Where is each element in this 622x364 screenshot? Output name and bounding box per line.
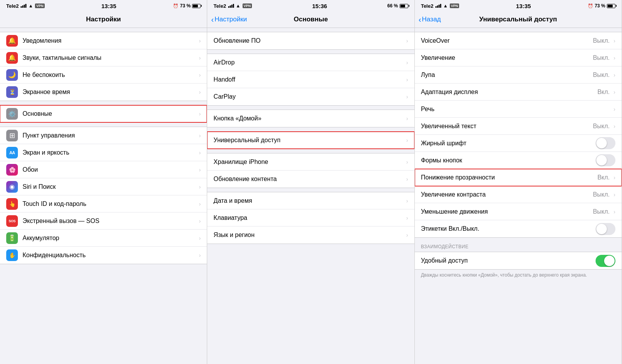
settings-row-update[interactable]: Обновление ПО › (207, 32, 414, 49)
gap (415, 238, 622, 242)
settings-row-displayadapt[interactable]: Адаптация дисплея Вкл. › (415, 84, 622, 101)
settings-row-zoom[interactable]: Увеличение Выкл. › (415, 49, 622, 66)
wallpaper-icon: 🌸 (6, 164, 18, 176)
displayadapt-label: Адаптация дисплея (421, 89, 598, 96)
chevron-icon: › (613, 123, 615, 129)
zoom-label: Увеличение (421, 54, 593, 61)
settings-row-loupe[interactable]: Лупа Выкл. › (415, 66, 622, 84)
onofflabels-label: Этикетки Вкл./Выкл. (421, 225, 596, 232)
settings-row-speech[interactable]: Речь › (415, 101, 622, 118)
time-1: 13:35 (101, 3, 116, 9)
status-right-2: 66 % (387, 3, 408, 9)
chevron-icon: › (613, 106, 615, 112)
onofflabels-toggle[interactable] (596, 223, 615, 235)
settings-row-airdrop[interactable]: AirDrop › (207, 54, 414, 71)
settings-row-largetext[interactable]: Увеличенный текст Выкл. › (415, 118, 622, 135)
back-button-2[interactable]: ‹ Настройки (211, 16, 247, 23)
settings-row-privacy[interactable]: ✋ Конфиденциальность › (0, 247, 207, 264)
settings-row-buttonshapes[interactable]: Формы кнопок (415, 152, 622, 169)
signal-bar (230, 5, 231, 8)
alarm-icon-3: ⏰ (588, 3, 593, 9)
settings-row-dnd[interactable]: 🌙 Не беспокоить › (0, 66, 207, 84)
assistivetouch-toggle[interactable] (596, 255, 615, 267)
settings-row-homebutton[interactable]: Кнопка «Домой» › (207, 110, 414, 127)
buttonshapes-label: Формы кнопок (421, 157, 596, 164)
status-left-2: Tele2 ▲ VPN (213, 3, 252, 9)
settings-row-general[interactable]: ⚙️ Основные › (0, 105, 207, 122)
bgrefresh-label: Обновление контента (213, 176, 405, 183)
battery-pct-3: 73 % (595, 3, 605, 9)
increasecontrast-value: Выкл. (593, 191, 610, 198)
reducetransparency-value: Вкл. (598, 174, 610, 181)
toggle-knob (596, 138, 607, 148)
settings-row-controlcenter[interactable]: ⊞ Пункт управления › (0, 127, 207, 144)
settings-row-screentime[interactable]: ⏳ Экранное время › (0, 84, 207, 101)
screentime-label: Экранное время (23, 89, 197, 96)
displayadapt-value: Вкл. (598, 89, 610, 96)
battery-pct-1: 73 % (180, 3, 190, 9)
settings-row-reducemotion[interactable]: Уменьшение движения Выкл. › (415, 203, 622, 220)
privacy-icon: ✋ (6, 249, 18, 261)
settings-group-airdrop: AirDrop › Handoff › CarPlay › (207, 54, 414, 106)
back-chevron-2: ‹ (211, 16, 214, 23)
gap (207, 50, 414, 54)
keyboard-label: Клавиатура (213, 214, 405, 221)
display-icon: AA (6, 147, 18, 158)
settings-row-keyboard[interactable]: Клавиатура › (207, 209, 414, 226)
settings-row-voiceover[interactable]: VoiceOver Выкл. › (415, 32, 622, 49)
signal-bar (231, 5, 232, 8)
chevron-icon: › (199, 38, 201, 44)
buttonshapes-toggle[interactable] (596, 154, 615, 166)
settings-row-boldtext[interactable]: Жирный шрифт (415, 135, 622, 152)
settings-row-touchid[interactable]: 👆 Touch ID и код-пароль › (0, 195, 207, 212)
settings-row-bgrefresh[interactable]: Обновление контента › (207, 171, 414, 188)
settings-row-accessibility[interactable]: Универсальный доступ › (207, 132, 414, 149)
gap (0, 264, 207, 278)
battery-container-1 (192, 4, 201, 8)
settings-row-siri[interactable]: ◉ Siri и Поиск › (0, 178, 207, 195)
back-chevron-3: ‹ (419, 16, 421, 23)
nav-bar-2: ‹ Настройки Основные (207, 11, 414, 28)
accessibility-label: Универсальный доступ (213, 137, 405, 144)
reducetransparency-label: Понижение прозрачности (421, 174, 598, 181)
alarm-icon-1: ⏰ (173, 3, 178, 9)
settings-row-sounds[interactable]: 🔔 Звуки, тактильные сигналы › (0, 49, 207, 66)
settings-row-assistivetouch[interactable]: Удобный доступ (415, 252, 622, 269)
signal-bars-2 (228, 4, 234, 8)
settings-row-increasecontrast[interactable]: Увеличение контраста Выкл. › (415, 186, 622, 203)
settings-row-wallpaper[interactable]: 🌸 Обои › (0, 161, 207, 178)
settings-row-reducetransparency[interactable]: Понижение прозрачности Вкл. › (415, 169, 622, 186)
gap (207, 106, 414, 110)
settings-list-1: 🔔 Уведомления › 🔔 Звуки, тактильные сигн… (0, 28, 207, 364)
settings-row-sos[interactable]: SOS Экстренный вызов — SOS › (0, 212, 207, 230)
settings-row-onofflabels[interactable]: Этикетки Вкл./Выкл. (415, 220, 622, 237)
siri-label: Siri и Поиск (23, 183, 197, 190)
largetext-label: Увеличенный текст (421, 123, 593, 130)
settings-row-carplay[interactable]: CarPlay › (207, 88, 414, 105)
settings-row-notifications[interactable]: 🔔 Уведомления › (0, 32, 207, 49)
settings-group-accessibility-main: VoiceOver Выкл. › Увеличение Выкл. › Луп… (415, 32, 622, 238)
loupe-label: Лупа (421, 71, 593, 78)
sounds-icon: 🔔 (6, 52, 18, 64)
chevron-icon: › (406, 59, 408, 66)
status-right-1: ⏰ 73 % (173, 3, 201, 9)
signal-bar (21, 6, 22, 8)
settings-row-datetime[interactable]: Дата и время › (207, 192, 414, 209)
settings-row-storage[interactable]: Хранилище iPhone › (207, 153, 414, 171)
settings-row-battery[interactable]: 🔋 Аккумулятор › (0, 230, 207, 247)
settings-row-display[interactable]: AA Экран и яркость › (0, 144, 207, 161)
chevron-icon: › (199, 89, 201, 95)
carplay-label: CarPlay (213, 93, 405, 100)
settings-row-handoff[interactable]: Handoff › (207, 71, 414, 88)
chevron-icon: › (613, 38, 615, 44)
settings-row-language[interactable]: Язык и регион › (207, 226, 414, 244)
battery-label: Аккумулятор (23, 235, 197, 242)
boldtext-toggle[interactable] (596, 137, 615, 149)
chevron-icon: › (199, 55, 201, 61)
datetime-label: Дата и время (213, 197, 405, 204)
panel-settings: Tele2 ▲ VPN 13:35 ⏰ 73 % Настройки (0, 0, 207, 364)
touchid-icon: 👆 (6, 198, 18, 210)
back-button-3[interactable]: ‹ Назад (419, 16, 441, 23)
chevron-icon: › (406, 176, 408, 182)
chevron-icon: › (613, 55, 615, 61)
